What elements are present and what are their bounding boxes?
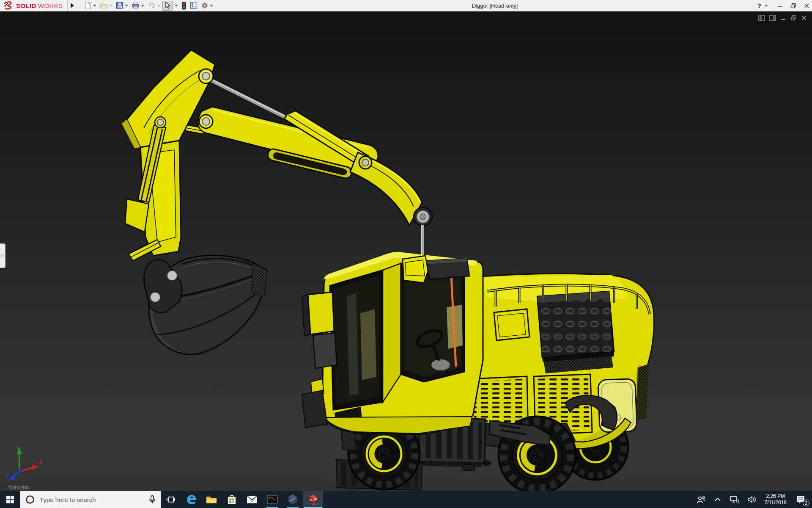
doc-restore-button[interactable] bbox=[790, 15, 797, 21]
help-icon: ? bbox=[757, 2, 761, 9]
bucket[interactable] bbox=[144, 255, 267, 354]
boom-assembly[interactable] bbox=[122, 50, 432, 262]
people-icon bbox=[697, 496, 706, 503]
pane-left-icon[interactable] bbox=[758, 15, 765, 21]
select-dropdown[interactable] bbox=[173, 1, 179, 11]
windows-logo-icon bbox=[6, 496, 14, 503]
print-button[interactable] bbox=[130, 1, 145, 11]
select-cursor-icon bbox=[164, 2, 171, 9]
doc-close-button[interactable] bbox=[801, 15, 807, 21]
sw-icon-year: 2017 bbox=[312, 502, 318, 505]
screen: SOLIDWORKS bbox=[0, 0, 812, 508]
engine-block[interactable] bbox=[537, 291, 614, 362]
open-button[interactable] bbox=[99, 1, 114, 11]
mail-button[interactable] bbox=[242, 491, 262, 508]
solidworks-2017-icon: S W 2017 bbox=[307, 493, 319, 506]
new-document-button[interactable] bbox=[83, 1, 98, 11]
cortana-icon bbox=[25, 495, 35, 504]
excavator-model[interactable] bbox=[0, 11, 812, 491]
logo-text-works: WORKS bbox=[38, 2, 63, 9]
start-button[interactable] bbox=[0, 491, 20, 508]
search-input[interactable]: Type here to search bbox=[20, 491, 161, 508]
logo-text-solid: SOLID bbox=[16, 2, 36, 9]
cad-hexagon-app-button[interactable] bbox=[283, 491, 303, 508]
edge-button[interactable] bbox=[181, 491, 201, 508]
panel-tab-icon bbox=[1, 254, 4, 257]
graphics-viewport[interactable]: X Y Z *Dimetric bbox=[0, 11, 812, 491]
reference-triad[interactable]: X Y Z bbox=[5, 445, 43, 482]
file-explorer-button[interactable] bbox=[201, 491, 222, 508]
undo-arrow-icon bbox=[148, 2, 156, 9]
select-button[interactable] bbox=[162, 1, 173, 11]
mail-icon bbox=[247, 495, 258, 504]
undo-button[interactable] bbox=[146, 1, 162, 11]
notification-badge: 2 bbox=[803, 500, 809, 506]
hexagon-app-icon bbox=[287, 494, 298, 505]
taskbar: Type here to search bbox=[0, 491, 812, 508]
file-explorer-icon bbox=[206, 495, 217, 504]
rebuild-button[interactable] bbox=[180, 1, 188, 11]
pane-right-icon[interactable] bbox=[769, 15, 776, 21]
bucket-teeth bbox=[252, 263, 267, 297]
save-button[interactable] bbox=[115, 1, 129, 11]
clock-date: 7/11/2018 bbox=[765, 500, 787, 506]
rebuild-traffic-light-icon bbox=[181, 2, 187, 10]
options-list-icon bbox=[190, 2, 198, 9]
titlebar: SOLIDWORKS bbox=[0, 0, 812, 11]
clock-time: 2:26 PM bbox=[765, 493, 787, 500]
store-button[interactable] bbox=[222, 491, 242, 508]
document-window-controls bbox=[758, 15, 807, 21]
sw-icon-w: W bbox=[314, 497, 317, 501]
task-view-button[interactable] bbox=[161, 491, 181, 508]
close-button[interactable] bbox=[804, 3, 809, 8]
gear-icon bbox=[201, 2, 208, 9]
microphone-icon[interactable] bbox=[149, 495, 156, 504]
clock[interactable]: 2:26 PM 7/11/2018 bbox=[762, 493, 790, 506]
hidden-icons-button[interactable] bbox=[711, 491, 724, 508]
restore-button[interactable] bbox=[790, 3, 796, 8]
speaker-icon bbox=[747, 496, 757, 503]
search-placeholder: Type here to search bbox=[40, 496, 144, 503]
solidworks-logo: SOLIDWORKS bbox=[0, 0, 67, 11]
triad-z-label: Z bbox=[6, 472, 9, 478]
help-button[interactable]: ? bbox=[757, 2, 768, 9]
operator-cab[interactable] bbox=[322, 252, 483, 434]
solidworks-2017-button[interactable]: S W 2017 bbox=[303, 491, 323, 508]
people-button[interactable] bbox=[694, 491, 709, 508]
chevron-up-icon bbox=[714, 497, 721, 502]
feature-panel-tab[interactable] bbox=[0, 243, 5, 268]
save-floppy-icon bbox=[116, 2, 123, 9]
network-icon bbox=[730, 496, 739, 503]
doc-minimize-button[interactable] bbox=[780, 15, 786, 21]
flyout-arrow-icon bbox=[71, 3, 74, 8]
network-button[interactable] bbox=[727, 491, 742, 508]
roof-bracket bbox=[403, 256, 428, 283]
store-icon bbox=[227, 494, 237, 505]
triad-x-label: X bbox=[39, 459, 42, 465]
open-folder-icon bbox=[100, 2, 108, 9]
edge-icon bbox=[186, 494, 197, 505]
command-prompt-icon: C:\_ bbox=[267, 494, 278, 505]
print-icon bbox=[132, 2, 140, 9]
ds-logo-icon bbox=[3, 1, 14, 10]
new-document-icon bbox=[84, 2, 92, 9]
cmd-prompt-text: C:\_ bbox=[269, 497, 276, 500]
view-orientation-label: *Dimetric bbox=[8, 484, 30, 491]
task-view-icon bbox=[167, 495, 175, 504]
volume-button[interactable] bbox=[744, 491, 760, 508]
system-tray: 2:26 PM 7/11/2018 2 bbox=[694, 491, 812, 508]
command-prompt-button[interactable]: C:\_ bbox=[262, 491, 283, 508]
menu-flyout-button[interactable] bbox=[68, 0, 77, 11]
titlebar-controls: ? bbox=[757, 0, 809, 11]
window-title: Digger [Read-only] bbox=[440, 0, 550, 11]
options-list-button[interactable] bbox=[189, 1, 199, 11]
action-center-button[interactable]: 2 bbox=[792, 491, 809, 508]
settings-button[interactable] bbox=[200, 1, 214, 11]
triad-y-label: Y bbox=[17, 446, 20, 452]
minimize-button[interactable] bbox=[777, 3, 783, 8]
quick-access-toolbar bbox=[83, 0, 214, 11]
sw-icon-s: S bbox=[310, 498, 313, 502]
